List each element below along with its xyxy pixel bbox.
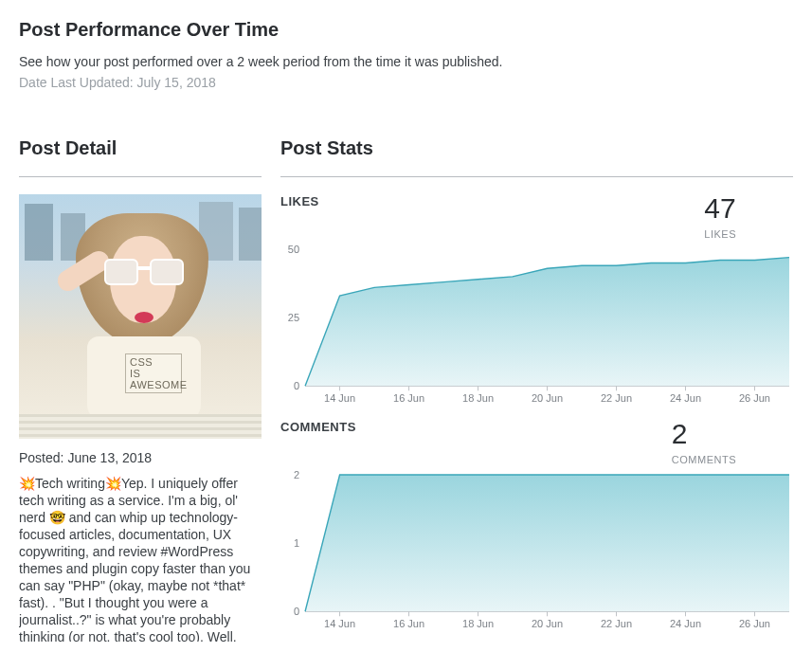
post-thumbnail[interactable]: CSS IS AWESOME xyxy=(19,194,262,439)
likes-title: LIKES xyxy=(280,194,319,208)
y-tick-label: 0 xyxy=(294,380,299,391)
css-is-awesome-box: CSS IS AWESOME xyxy=(125,353,182,393)
x-tick-label: 22 Jun xyxy=(601,392,632,404)
x-tick-label: 24 Jun xyxy=(670,392,701,404)
x-tick-label: 14 Jun xyxy=(324,619,355,630)
likes-value: 47 xyxy=(704,194,736,223)
post-caption: 💥Tech writing💥Yep. I uniquely offer tech… xyxy=(19,475,262,642)
last-updated-value: July 15, 2018 xyxy=(137,75,216,90)
x-tick-label: 16 Jun xyxy=(393,619,424,630)
comments-sublabel: COMMENTS xyxy=(672,454,736,465)
x-tick-label: 24 Jun xyxy=(670,619,701,630)
x-tick-label: 20 Jun xyxy=(532,392,563,404)
likes-block: LIKES 47 LIKES 02550 14 Jun16 Jun18 Jun2… xyxy=(280,194,793,408)
x-tick-label: 20 Jun xyxy=(532,619,563,630)
area-chart[interactable]: 02550 14 Jun16 Jun18 Jun20 Jun22 Jun24 J… xyxy=(280,244,793,408)
posted-date: June 13, 2018 xyxy=(67,450,152,465)
comments-block: COMMENTS 2 COMMENTS 012 14 Jun16 Jun18 J… xyxy=(280,420,793,634)
last-updated-label: Date Last Updated: xyxy=(19,75,137,90)
thumb-lips xyxy=(135,312,153,323)
page-title: Post Performance Over Time xyxy=(19,19,793,41)
x-tick-label: 18 Jun xyxy=(462,619,494,630)
y-tick-label: 2 xyxy=(294,469,299,480)
posted-line: Posted: June 13, 2018 xyxy=(19,450,262,465)
x-tick-label: 22 Jun xyxy=(601,619,632,630)
x-tick-label: 18 Jun xyxy=(462,392,494,404)
y-tick-label: 50 xyxy=(288,244,299,255)
x-tick-label: 26 Jun xyxy=(739,392,770,404)
css-box-line: CSS xyxy=(130,356,177,368)
page-subtitle: See how your post performed over a 2 wee… xyxy=(19,54,793,69)
comments-title: COMMENTS xyxy=(280,420,356,434)
area-chart[interactable]: 012 14 Jun16 Jun18 Jun20 Jun22 Jun24 Jun… xyxy=(280,469,793,634)
y-tick-label: 1 xyxy=(294,537,299,549)
post-detail-heading: Post Detail xyxy=(19,137,262,177)
css-box-line: AWESOME xyxy=(130,379,177,390)
likes-chart[interactable]: 02550 14 Jun16 Jun18 Jun20 Jun22 Jun24 J… xyxy=(280,244,793,408)
x-tick-label: 26 Jun xyxy=(739,619,770,630)
x-tick-label: 14 Jun xyxy=(324,392,355,404)
sunglasses-icon xyxy=(104,259,184,287)
likes-sublabel: LIKES xyxy=(704,228,736,240)
css-box-line: IS xyxy=(130,368,177,379)
post-stats-heading: Post Stats xyxy=(280,137,793,177)
posted-label: Posted: xyxy=(19,450,67,465)
x-tick-label: 16 Jun xyxy=(393,392,424,404)
y-tick-label: 0 xyxy=(294,607,299,618)
y-tick-label: 25 xyxy=(288,312,299,323)
comments-chart[interactable]: 012 14 Jun16 Jun18 Jun20 Jun22 Jun24 Jun… xyxy=(280,469,793,634)
last-updated: Date Last Updated: July 15, 2018 xyxy=(19,75,793,90)
comments-value: 2 xyxy=(672,420,736,448)
thumb-stripes xyxy=(19,414,262,439)
